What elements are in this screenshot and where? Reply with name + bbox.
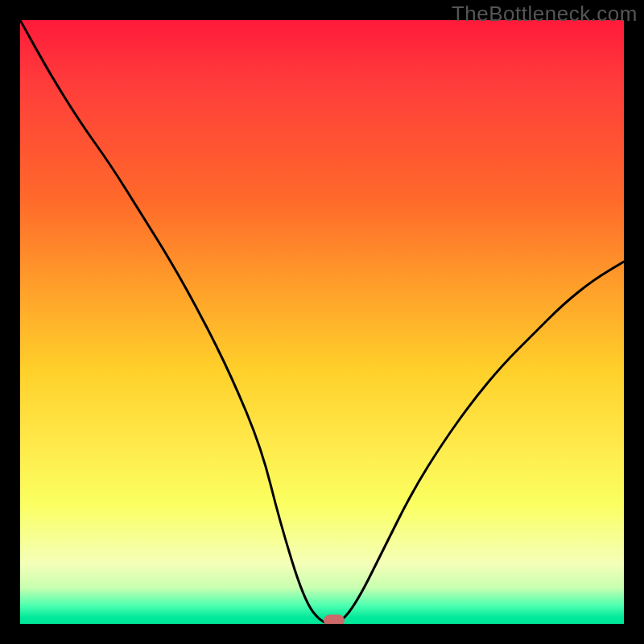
- watermark-text: TheBottleneck.com: [452, 2, 638, 27]
- bottleneck-curve: [20, 20, 624, 624]
- optimal-marker: [324, 615, 345, 625]
- curve-path: [20, 20, 624, 624]
- chart-container: TheBottleneck.com: [0, 0, 644, 644]
- plot-area: [20, 20, 624, 624]
